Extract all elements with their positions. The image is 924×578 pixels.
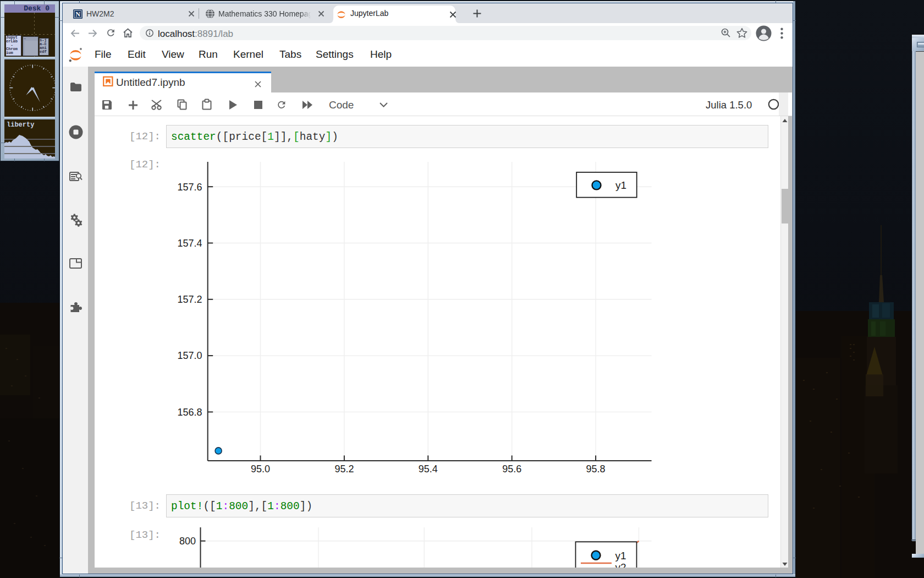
svg-text:800: 800 (179, 536, 196, 547)
svg-text:95.6: 95.6 (502, 464, 521, 475)
svg-text:Code: Code (329, 99, 354, 111)
svg-text:y1: y1 (615, 550, 626, 561)
svg-text:Julia 1.5.0: Julia 1.5.0 (706, 99, 752, 111)
svg-text:95.0: 95.0 (251, 464, 270, 475)
svg-text:95.4: 95.4 (419, 464, 438, 475)
svg-text:157.0: 157.0 (177, 350, 202, 361)
svg-text:157.2: 157.2 (177, 294, 202, 305)
svg-text:y2: y2 (615, 561, 626, 568)
svg-text:y1: y1 (615, 179, 626, 191)
svg-text:95.2: 95.2 (334, 464, 354, 475)
svg-text:157.4: 157.4 (177, 238, 202, 249)
svg-text:156.8: 156.8 (177, 407, 202, 418)
svg-text:N: N (75, 10, 80, 18)
svg-text:157.6: 157.6 (177, 182, 202, 193)
svg-text:95.8: 95.8 (586, 464, 606, 475)
